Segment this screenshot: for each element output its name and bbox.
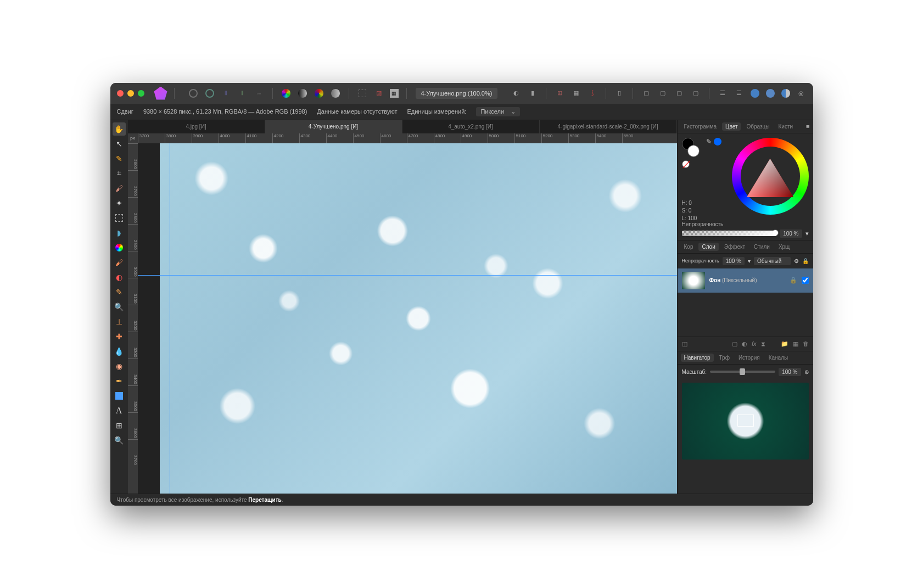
- persona-photo-icon[interactable]: [188, 88, 199, 99]
- add-layer-icon[interactable]: ▦: [793, 340, 798, 348]
- stroke-circle-icon[interactable]: [765, 88, 776, 99]
- persona-export-icon[interactable]: ◦◦: [254, 88, 265, 99]
- flood-fill-tool[interactable]: ◗: [113, 226, 126, 239]
- selection-icon[interactable]: [357, 88, 368, 99]
- align-left-icon[interactable]: ☰: [717, 88, 728, 99]
- opacity-dropdown-icon[interactable]: ▾: [805, 230, 809, 237]
- assistant-icon[interactable]: ▯: [614, 88, 625, 99]
- tab-2[interactable]: 4_auto_x2.png [И]: [402, 120, 540, 133]
- close-icon[interactable]: [117, 90, 124, 97]
- pen-tool[interactable]: ✒: [113, 374, 126, 388]
- tab-stock[interactable]: Хрщ: [775, 243, 793, 251]
- layer-item[interactable]: Фон (Пиксельный) 🔒: [678, 268, 813, 293]
- tab-color[interactable]: Цвет: [722, 122, 741, 131]
- crop-tool[interactable]: ⌗: [113, 167, 126, 180]
- stamp-tool[interactable]: ⊥: [113, 315, 126, 328]
- dodge-tool[interactable]: 🔍: [113, 300, 126, 313]
- blend-mode-dropdown[interactable]: Обычный: [754, 257, 790, 265]
- tab-navigator[interactable]: Навигатор: [681, 354, 714, 362]
- erase-tool[interactable]: ◐: [113, 271, 126, 284]
- tab-styles[interactable]: Стили: [751, 243, 773, 251]
- layer-opacity-dropdown-icon[interactable]: ▾: [748, 258, 751, 264]
- group-icon[interactable]: 📁: [781, 340, 788, 348]
- color-picker-tool[interactable]: ✎: [113, 152, 126, 165]
- layer-visibility-checkbox[interactable]: [802, 277, 809, 284]
- zoom-value[interactable]: 100 %: [779, 368, 801, 376]
- tab-1[interactable]: 4-Улучшено.png [И]: [265, 120, 402, 133]
- arrange-back-icon[interactable]: ▢: [641, 88, 652, 99]
- zoom-in-icon[interactable]: ⊕: [804, 369, 809, 375]
- layer-opacity-value[interactable]: 100 %: [723, 257, 745, 265]
- maximize-icon[interactable]: [138, 90, 144, 97]
- refine-icon[interactable]: ▦: [390, 89, 399, 98]
- tab-effects[interactable]: Эффект: [721, 243, 748, 251]
- patch-tool[interactable]: ◉: [113, 360, 126, 373]
- live-filter-icon[interactable]: ⧗: [761, 340, 765, 348]
- layer-group-left-icon[interactable]: ◫: [682, 340, 687, 348]
- arrange-backward-icon[interactable]: ▢: [657, 88, 668, 99]
- blur-tool[interactable]: 💧: [113, 345, 126, 358]
- mask-icon[interactable]: ◐: [511, 88, 522, 99]
- half-circle-icon[interactable]: [780, 88, 791, 99]
- tab-swatches[interactable]: Образцы: [743, 122, 773, 131]
- snap-icon[interactable]: ⟆: [587, 88, 598, 99]
- navigator-thumbnail[interactable]: [682, 383, 809, 460]
- rectangle-tool[interactable]: [113, 389, 126, 402]
- color-wheel[interactable]: [732, 138, 809, 215]
- tab-history[interactable]: История: [735, 354, 763, 362]
- marquee-tool[interactable]: [113, 211, 126, 225]
- opacity-value[interactable]: 100 %: [780, 229, 802, 238]
- sampled-color-icon[interactable]: [714, 138, 721, 145]
- healing-tool[interactable]: ✚: [113, 330, 126, 343]
- grid-icon[interactable]: ⊞: [554, 88, 565, 99]
- tab-transform[interactable]: Трф: [716, 354, 733, 362]
- units-dropdown[interactable]: Пиксели: [476, 107, 520, 116]
- tab-3[interactable]: 4-gigapixel-standard-scale-2_00x.png [И]: [540, 120, 677, 133]
- opacity-slider[interactable]: [682, 231, 777, 236]
- move-tool[interactable]: ↖: [113, 137, 126, 150]
- panel-menu-icon[interactable]: ≡: [806, 123, 809, 130]
- vertical-ruler[interactable]: 2600270028002900300031003200330034003500…: [128, 143, 138, 494]
- quick-mask-icon[interactable]: ▨: [373, 88, 384, 99]
- adjustment-grad-icon[interactable]: [330, 88, 341, 99]
- persona-develop-icon[interactable]: ⫴: [221, 88, 232, 99]
- delete-layer-icon[interactable]: 🗑: [803, 340, 809, 348]
- mask-layer-icon[interactable]: ▢: [732, 340, 737, 348]
- account-icon[interactable]: ⍟: [796, 88, 807, 99]
- mesh-tool[interactable]: ⊞: [113, 419, 126, 432]
- brush-tool[interactable]: 🖌: [113, 182, 126, 195]
- guides-icon[interactable]: ▦: [570, 88, 581, 99]
- text-tool[interactable]: A: [113, 404, 126, 417]
- eyedropper-icon[interactable]: ✎: [706, 138, 712, 145]
- ruler-unit[interactable]: px: [128, 133, 138, 143]
- vertical-guide[interactable]: [170, 143, 170, 494]
- primary-color-icon[interactable]: [687, 145, 700, 157]
- fx-icon[interactable]: fx: [752, 340, 757, 348]
- gradient-tool[interactable]: [113, 241, 126, 254]
- tab-layers[interactable]: Слои: [698, 243, 718, 251]
- persona-liquify-icon[interactable]: [204, 88, 215, 99]
- tab-brushes[interactable]: Кисти: [775, 122, 797, 131]
- color-swatches[interactable]: [682, 138, 704, 157]
- navigator-viewport[interactable]: [737, 415, 754, 427]
- channels-icon[interactable]: ▮: [527, 88, 538, 99]
- tab-0[interactable]: 4.jpg [И]: [128, 120, 265, 133]
- paint-brush-tool[interactable]: 🖌: [113, 256, 126, 269]
- fill-circle-icon[interactable]: [749, 88, 760, 99]
- layer-lock-indicator-icon[interactable]: 🔒: [790, 277, 797, 284]
- selection-brush-tool[interactable]: ✦: [113, 197, 126, 210]
- tab-channels[interactable]: Каналы: [765, 354, 792, 362]
- zoom-tool[interactable]: 🔍: [113, 434, 126, 447]
- horizontal-guide[interactable]: [138, 275, 677, 276]
- adjustment-wheel-icon[interactable]: [281, 88, 292, 99]
- arrange-front-icon[interactable]: ▢: [690, 88, 701, 99]
- tab-histogram[interactable]: Гистограмма: [681, 122, 720, 131]
- canvas[interactable]: [138, 143, 677, 494]
- tab-adjustments[interactable]: Кор: [681, 243, 697, 251]
- persona-tone-icon[interactable]: ⫴: [237, 88, 248, 99]
- adjustment-bw-icon[interactable]: [297, 88, 308, 99]
- clone-tool[interactable]: ✎: [113, 285, 126, 299]
- layer-options-icon[interactable]: ⚙: [794, 258, 799, 264]
- arrange-forward-icon[interactable]: ▢: [674, 88, 685, 99]
- adjustment-layer-icon[interactable]: ◐: [742, 340, 747, 348]
